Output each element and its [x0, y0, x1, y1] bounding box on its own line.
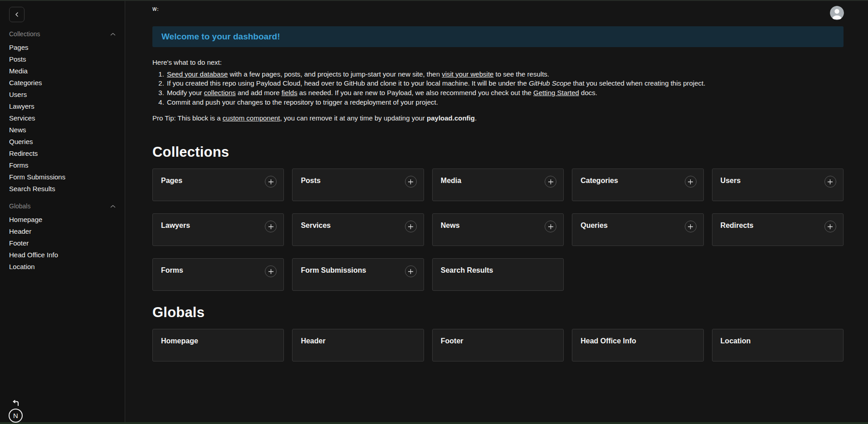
sidebar-item-categories[interactable]: Categories — [0, 77, 125, 88]
inline-link[interactable]: Seed your database — [167, 70, 228, 78]
person-silhouette-icon — [830, 6, 844, 20]
app-logo: W: — [152, 7, 159, 12]
welcome-banner-text: Welcome to your dashboard! — [161, 32, 280, 41]
card-search-results[interactable]: Search Results — [432, 258, 564, 291]
log-out-arrow-icon[interactable] — [11, 400, 20, 409]
card-title: Redirects — [721, 222, 835, 230]
sidebar-item-forms[interactable]: Forms — [0, 159, 125, 171]
inline-link[interactable]: collections — [204, 89, 236, 96]
card-footer[interactable]: Footer — [432, 329, 564, 361]
sidebar-item-queries[interactable]: Queries — [0, 135, 125, 147]
plus-icon — [408, 269, 414, 275]
card-header[interactable]: Header — [292, 329, 424, 361]
sidebar-item-lawyers[interactable]: Lawyers — [0, 100, 125, 112]
card-location[interactable]: Location — [712, 329, 844, 361]
avatar-initial: N — [13, 412, 18, 419]
text-segment: to see the results. — [493, 70, 549, 78]
card-form-submissions[interactable]: Form Submissions — [292, 258, 424, 291]
card-lawyers[interactable]: Lawyers — [152, 213, 284, 246]
globals-card-grid: HomepageHeaderFooterHead Office InfoLoca… — [152, 329, 844, 361]
create-new-button[interactable] — [405, 176, 417, 188]
card-posts[interactable]: Posts — [292, 169, 424, 201]
card-title: Head Office Info — [580, 337, 695, 345]
section-title-globals: Globals — [152, 304, 844, 321]
card-title: Footer — [441, 337, 555, 345]
plus-icon — [268, 179, 274, 185]
text-segment: payload.config — [427, 114, 475, 122]
chevron-up-icon — [110, 33, 116, 36]
inline-link[interactable]: Getting Started — [533, 89, 579, 96]
sidebar-item-redirects[interactable]: Redirects — [0, 147, 125, 159]
text-segment: with a few pages, posts, and projects to… — [228, 70, 442, 78]
card-redirects[interactable]: Redirects — [712, 213, 844, 246]
card-users[interactable]: Users — [712, 169, 844, 201]
create-new-button[interactable] — [545, 176, 556, 188]
plus-icon — [548, 179, 554, 185]
section-title-collections: Collections — [152, 144, 844, 160]
sidebar-item-search-results[interactable]: Search Results — [0, 183, 125, 194]
card-categories[interactable]: Categories — [572, 169, 703, 201]
text-segment: that you selected when creating this pro… — [571, 79, 705, 87]
card-title: Pages — [161, 177, 275, 185]
account-avatar[interactable] — [830, 6, 844, 20]
create-new-button[interactable] — [405, 221, 417, 232]
plus-icon — [268, 224, 274, 230]
create-new-button[interactable] — [265, 176, 277, 188]
chevron-left-icon — [15, 12, 19, 17]
dashboard-content: Welcome to your dashboard! Here's what t… — [125, 0, 868, 361]
card-title: Lawyers — [161, 222, 275, 230]
card-media[interactable]: Media — [432, 169, 564, 201]
top-edge-strip — [0, 0, 868, 1]
sidebar-item-services[interactable]: Services — [0, 112, 125, 124]
card-pages[interactable]: Pages — [152, 169, 284, 201]
sidebar-item-users[interactable]: Users — [0, 88, 125, 100]
welcome-banner: Welcome to your dashboard! — [152, 26, 844, 47]
sidebar-nav-items: PagesPostsMediaCategoriesUsersLawyersSer… — [0, 41, 125, 194]
card-title: Services — [301, 222, 415, 230]
intro-step: Seed your database with a few pages, pos… — [166, 70, 844, 79]
create-new-button[interactable] — [545, 221, 556, 232]
inline-link[interactable]: fields — [282, 89, 297, 96]
sidebar-collapse-button[interactable] — [9, 7, 24, 22]
create-new-button[interactable] — [824, 176, 836, 188]
card-news[interactable]: News — [432, 213, 564, 246]
card-services[interactable]: Services — [292, 213, 424, 246]
sidebar-item-posts[interactable]: Posts — [0, 53, 125, 65]
create-new-button[interactable] — [824, 221, 836, 232]
sidebar-item-media[interactable]: Media — [0, 65, 125, 77]
sidebar-item-footer[interactable]: Footer — [0, 237, 125, 249]
card-title: Search Results — [441, 266, 555, 275]
sidebar-item-form-submissions[interactable]: Form Submissions — [0, 171, 125, 183]
sidebar-item-news[interactable]: News — [0, 124, 125, 135]
sidebar-item-head-office-info[interactable]: Head Office Info — [0, 249, 125, 260]
sidebar-item-homepage[interactable]: Homepage — [0, 213, 125, 225]
sidebar-section-header-globals[interactable]: Globals — [9, 202, 116, 210]
inline-link[interactable]: custom component — [223, 114, 280, 122]
card-queries[interactable]: Queries — [572, 213, 703, 246]
pro-tip: Pro Tip: This block is a custom componen… — [152, 114, 844, 123]
intro-lead: Here's what to do next: — [152, 58, 844, 67]
card-head-office-info[interactable]: Head Office Info — [572, 329, 703, 361]
create-new-button[interactable] — [405, 265, 417, 277]
create-new-button[interactable] — [685, 176, 697, 188]
sidebar-section-label: Globals — [9, 202, 30, 210]
create-new-button[interactable] — [265, 265, 277, 277]
sidebar-item-location[interactable]: Location — [0, 260, 125, 272]
plus-icon — [548, 224, 554, 230]
text-segment: If you created this repo using Payload C… — [167, 79, 529, 87]
user-initial-avatar[interactable]: N — [9, 409, 23, 423]
create-new-button[interactable] — [685, 221, 697, 232]
card-title: Header — [301, 337, 415, 345]
inline-link[interactable]: visit your website — [442, 70, 493, 78]
card-sections: CollectionsPagesPostsMediaCategoriesUser… — [152, 144, 844, 361]
create-new-button[interactable] — [265, 221, 277, 232]
card-title: Categories — [580, 177, 695, 185]
sidebar-nav-items: HomepageHeaderFooterHead Office InfoLoca… — [0, 213, 125, 272]
card-forms[interactable]: Forms — [152, 258, 284, 291]
sidebar-sections: CollectionsPagesPostsMediaCategoriesUser… — [0, 30, 125, 272]
sidebar-item-pages[interactable]: Pages — [0, 41, 125, 53]
card-homepage[interactable]: Homepage — [152, 329, 284, 361]
sidebar-section-header-collections[interactable]: Collections — [9, 30, 116, 38]
sidebar-item-header[interactable]: Header — [0, 225, 125, 237]
text-segment: as needed. If you are new to Payload, we… — [297, 89, 533, 96]
